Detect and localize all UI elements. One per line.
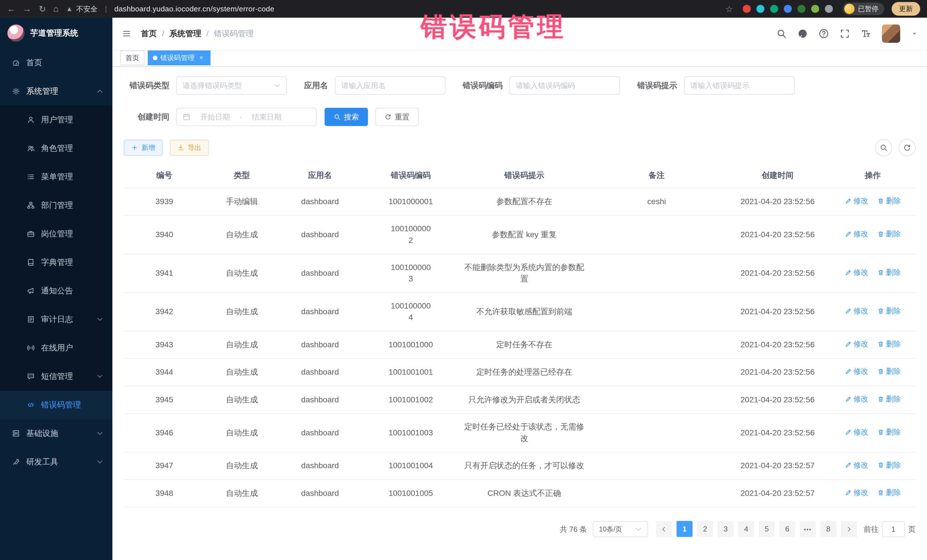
security-indicator[interactable]: ▲ 不安全 <box>66 4 97 14</box>
delete-button[interactable]: 删除 <box>877 196 901 206</box>
home-icon[interactable]: ⌂ <box>53 4 58 14</box>
search-icon[interactable] <box>777 29 787 39</box>
close-icon[interactable]: × <box>198 54 205 62</box>
url-bar[interactable]: dashboard.yudao.iocoder.cn/system/error-… <box>114 5 274 14</box>
table-toolbar: 新增 导出 <box>124 139 916 156</box>
tab-home[interactable]: 首页 <box>120 50 144 65</box>
page-button-4[interactable]: 4 <box>738 521 754 537</box>
sidebar-item-system[interactable]: 系统管理 <box>0 77 112 106</box>
total-count: 共 76 条 <box>560 524 587 534</box>
extension-icon-2[interactable] <box>757 5 764 13</box>
caret-down-icon[interactable] <box>911 30 918 37</box>
extension-icon-4[interactable] <box>784 5 792 13</box>
font-size-icon[interactable] <box>861 29 871 39</box>
error-type-select[interactable]: 请选择错误码类型 <box>176 76 287 95</box>
sidebar-item-notice[interactable]: 通知公告 <box>0 276 112 305</box>
extension-icon-5[interactable] <box>798 5 805 13</box>
forward-icon[interactable]: → <box>23 4 31 14</box>
extension-icon-3[interactable] <box>770 5 778 13</box>
bookmark-star-icon[interactable]: ☆ <box>725 4 733 14</box>
delete-button[interactable]: 删除 <box>877 229 901 240</box>
edit-button[interactable]: 修改 <box>845 306 868 317</box>
sidebar-item-audit[interactable]: 审计日志 <box>0 305 112 334</box>
page-button-6[interactable]: 6 <box>779 521 795 537</box>
sidebar-item-infra[interactable]: 基础设施 <box>0 419 112 448</box>
breadcrumb-item-1[interactable]: 系统管理 <box>169 28 201 39</box>
sidebar-item-role[interactable]: 角色管理 <box>0 134 112 162</box>
edit-button[interactable]: 修改 <box>845 460 868 471</box>
breadcrumb-item-0[interactable]: 首页 <box>141 28 157 39</box>
delete-button[interactable]: 删除 <box>877 306 901 317</box>
sidebar-item-label: 在线用户 <box>41 343 73 353</box>
sidebar-item-sms[interactable]: 短信管理 <box>0 362 112 391</box>
delete-button[interactable]: 删除 <box>877 427 901 438</box>
user-avatar[interactable] <box>882 24 900 43</box>
cell-hint: 只允许修改为开启或者关闭状态 <box>460 386 588 413</box>
edit-button[interactable]: 修改 <box>845 366 868 377</box>
fullscreen-icon[interactable] <box>840 29 850 39</box>
sidebar-item-errorcode[interactable]: 错误码管理 <box>0 391 112 419</box>
tags-view: 首页错误码管理× <box>112 50 927 67</box>
delete-button[interactable]: 删除 <box>877 394 901 405</box>
page-button-1[interactable]: 1 <box>676 521 693 537</box>
prev-page-button[interactable] <box>656 521 672 537</box>
reload-icon[interactable]: ↻ <box>39 4 46 14</box>
toggle-search-button[interactable] <box>875 139 892 156</box>
date-range-picker[interactable]: - <box>176 108 317 126</box>
error-code-input[interactable] <box>516 81 614 90</box>
back-icon[interactable]: ← <box>7 4 15 14</box>
divider: | <box>105 5 107 14</box>
start-date-input[interactable] <box>194 112 236 121</box>
delete-button[interactable]: 删除 <box>877 339 901 349</box>
error-hint-input[interactable] <box>690 81 789 90</box>
edit-button[interactable]: 修改 <box>845 267 868 278</box>
refresh-icon <box>903 144 911 152</box>
sidebar-item-home[interactable]: 首页 <box>0 49 112 77</box>
edit-button[interactable]: 修改 <box>845 196 868 206</box>
profile-chip[interactable]: 已暂停 <box>843 3 884 15</box>
page-button-5[interactable]: 5 <box>759 521 775 537</box>
export-button[interactable]: 导出 <box>170 140 209 156</box>
sidebar-item-dept[interactable]: 部门管理 <box>0 191 112 220</box>
next-page-button[interactable] <box>841 521 857 537</box>
sidebar-item-devtools[interactable]: 研发工具 <box>0 448 112 476</box>
page-button-3[interactable]: 3 <box>718 521 734 537</box>
browser-update-button[interactable]: 更新 <box>892 2 920 16</box>
reset-button[interactable]: 重置 <box>375 108 419 126</box>
sidebar-item-dict[interactable]: 字典管理 <box>0 248 112 276</box>
delete-button[interactable]: 删除 <box>877 460 901 471</box>
edit-button[interactable]: 修改 <box>845 487 868 498</box>
edit-button[interactable]: 修改 <box>845 394 868 405</box>
delete-button[interactable]: 删除 <box>877 487 901 498</box>
extension-icon-6[interactable] <box>811 5 819 13</box>
sidebar-item-user[interactable]: 用户管理 <box>0 106 112 134</box>
delete-button[interactable]: 删除 <box>877 267 901 278</box>
sidebar-item-online[interactable]: 在线用户 <box>0 334 112 362</box>
goto-page-input[interactable] <box>882 521 905 537</box>
extension-icon-7[interactable] <box>825 5 833 13</box>
extension-icon-1[interactable] <box>743 5 751 13</box>
cell-code: 1001001004 <box>361 452 460 480</box>
edit-button[interactable]: 修改 <box>845 229 868 240</box>
edit-button[interactable]: 修改 <box>845 339 868 349</box>
hamburger-icon[interactable] <box>112 29 141 38</box>
app-name-input[interactable] <box>341 81 439 90</box>
logo[interactable]: 芋道管理系统 <box>0 18 112 49</box>
sidebar-item-menu[interactable]: 菜单管理 <box>0 162 112 191</box>
edit-button[interactable]: 修改 <box>845 427 868 438</box>
trash-icon <box>877 308 884 314</box>
search-button[interactable]: 搜索 <box>325 108 368 126</box>
more-pages-button[interactable]: ••• <box>800 522 816 537</box>
page-button-8[interactable]: 8 <box>820 521 836 537</box>
page-button-2[interactable]: 2 <box>697 521 713 537</box>
delete-button[interactable]: 删除 <box>877 366 901 377</box>
sidebar-item-post[interactable]: 岗位管理 <box>0 220 112 248</box>
page-size-select[interactable]: 10条/页 <box>593 521 648 537</box>
cell-hint: CRON 表达式不正确 <box>460 480 588 507</box>
tab-errorcode[interactable]: 错误码管理× <box>148 50 211 65</box>
github-icon[interactable] <box>798 29 808 39</box>
add-button[interactable]: 新增 <box>124 140 163 156</box>
help-icon[interactable] <box>819 29 829 39</box>
refresh-table-button[interactable] <box>898 139 916 156</box>
end-date-input[interactable] <box>246 112 288 121</box>
